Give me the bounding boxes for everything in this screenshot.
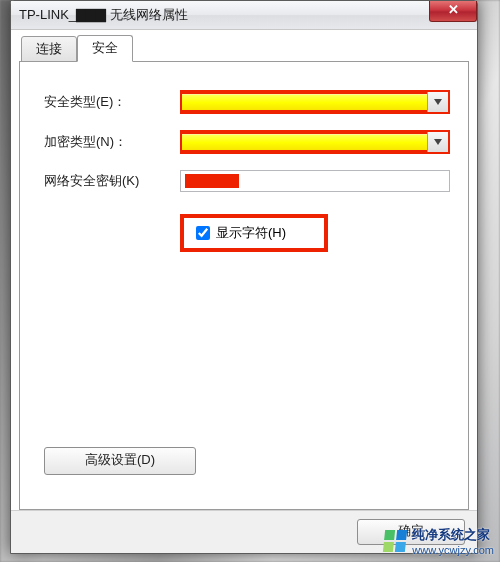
ok-button[interactable]: 确定 bbox=[357, 519, 465, 545]
tab-connection-label: 连接 bbox=[36, 41, 62, 56]
encryption-type-value bbox=[182, 134, 427, 150]
tab-connection[interactable]: 连接 bbox=[21, 36, 77, 63]
advanced-settings-button[interactable]: 高级设置(D) bbox=[44, 447, 196, 475]
row-security-key: 网络安全密钥(K) bbox=[44, 170, 450, 192]
label-security-type: 安全类型(E)： bbox=[44, 93, 180, 111]
wireless-properties-window: TP-LINK_▇▇▇ 无线网络属性 ✕ 连接 安全 安全类型(E)： bbox=[10, 0, 478, 554]
security-key-redacted bbox=[185, 174, 239, 188]
client-area: 连接 安全 安全类型(E)： bbox=[11, 30, 477, 510]
label-encryption-type: 加密类型(N)： bbox=[44, 133, 180, 151]
show-characters-label: 显示字符(H) bbox=[216, 224, 286, 242]
dropdown-arrow-icon bbox=[427, 132, 448, 152]
advanced-settings-label: 高级设置(D) bbox=[85, 452, 155, 467]
titlebar: TP-LINK_▇▇▇ 无线网络属性 ✕ bbox=[11, 1, 477, 30]
security-type-value bbox=[182, 94, 427, 110]
dropdown-arrow-icon bbox=[427, 92, 448, 112]
close-icon: ✕ bbox=[448, 2, 459, 17]
label-security-key: 网络安全密钥(K) bbox=[44, 172, 180, 190]
tab-security[interactable]: 安全 bbox=[77, 35, 133, 62]
security-key-input[interactable] bbox=[180, 170, 450, 192]
ok-button-label: 确定 bbox=[398, 523, 424, 538]
encryption-type-dropdown[interactable] bbox=[180, 130, 450, 154]
tab-row: 连接 安全 bbox=[19, 38, 469, 62]
row-encryption-type: 加密类型(N)： bbox=[44, 130, 450, 154]
row-security-type: 安全类型(E)： bbox=[44, 90, 450, 114]
window-title: TP-LINK_▇▇▇ 无线网络属性 bbox=[19, 6, 188, 24]
dialog-button-bar: 确定 bbox=[11, 510, 477, 553]
close-button[interactable]: ✕ bbox=[429, 1, 477, 22]
caption-buttons: ✕ bbox=[430, 1, 477, 21]
show-characters-row[interactable]: 显示字符(H) bbox=[180, 214, 328, 252]
tab-security-label: 安全 bbox=[92, 40, 118, 55]
tab-panel-security: 安全类型(E)： 加密类型(N)： bbox=[19, 61, 469, 510]
security-type-dropdown[interactable] bbox=[180, 90, 450, 114]
show-characters-checkbox[interactable] bbox=[196, 226, 210, 240]
